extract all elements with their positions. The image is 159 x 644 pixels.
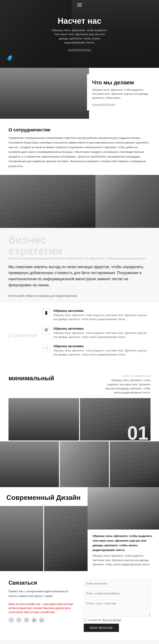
strategy-section: бизнес стратегия Решения для диверсифика…: [0, 228, 159, 303]
social-icon-facebook[interactable]: f: [8, 617, 14, 623]
header-section: Насчет нас Образец текса. Щёлкните, чтоб…: [0, 0, 159, 68]
contact-section: Связаться Привет! Мы с нетерпением ждем …: [0, 571, 159, 640]
feature-icon-3: 📄: [42, 344, 50, 352]
minimal-section: минимальный новый и современный Образец …: [0, 368, 159, 440]
contact-name-input[interactable]: [84, 580, 150, 588]
feature-title-1: Образец заголовка: [54, 309, 150, 312]
arch-image-3: [110, 441, 159, 487]
what-link[interactable]: прочитайте больше: [92, 103, 115, 106]
contact-terms-checkbox[interactable]: [84, 618, 86, 621]
what-section: Что мы делаем Образец текса. Щёлкните, ч…: [0, 68, 159, 119]
minimal-number: 01: [127, 424, 148, 442]
feature-desc-2: Образец текса. Щёлкните, чтобы выделить …: [54, 331, 150, 339]
what-image: [0, 68, 89, 119]
contact-terms-label: I accept the Terms of Service: [88, 618, 121, 622]
contact-title: Связаться: [8, 580, 75, 586]
minimal-desc: Образец текса. Щёлкните, чтобы выделить …: [104, 378, 150, 395]
footer-section: Образец текса. Щёлкните, чтобы выделить …: [0, 640, 159, 644]
strategy-sidebar-label: Используйте гибкие платформы для предост…: [8, 294, 77, 298]
features-left-label: стратегия: [8, 332, 37, 339]
feature-icon-1: 📱: [42, 309, 50, 316]
contact-submit-button[interactable]: SEND MESSAGE: [84, 624, 119, 632]
social-icon-linkedin[interactable]: in: [24, 617, 29, 623]
contact-desc: Привет! Мы с нетерпением ждем возможност…: [8, 589, 75, 598]
modern-right-text-title: Образец текса. Щёлкните, чтобы выделить …: [93, 534, 154, 552]
what-description: Образец текса. Щёлкните, чтобы выделить …: [92, 88, 154, 100]
contact-email-input[interactable]: [84, 590, 150, 597]
figure-icon: 🧳: [6, 54, 14, 62]
what-title: Что мы делаем: [92, 79, 154, 86]
minimal-new-label: новый и современный: [104, 374, 150, 377]
arch-image-1: [0, 441, 59, 487]
social-icons-row: f t in ▶ g+: [8, 617, 75, 623]
header-description: Образец текса. Щёлкните, чтобы выделить …: [50, 28, 109, 45]
modern-title: Современный Дизайн: [6, 494, 81, 502]
arch-image-2: [60, 441, 109, 487]
modern-image-2: [44, 506, 87, 571]
feature-icon-2: 📅: [42, 327, 50, 334]
about-title: О сотрудничестве: [8, 127, 150, 133]
feature-title-3: Образец заголовка: [54, 344, 150, 348]
features-section: стратегия 📱 Образец заголовка Образец те…: [0, 302, 159, 368]
strategy-main-text: Мы помогаем извлечь выгоду из низко вися…: [8, 264, 150, 288]
feature-title-2: Образец заголовка: [54, 327, 150, 330]
minimal-title: минимальный: [8, 374, 54, 382]
header-link[interactable]: прочитайте больше: [68, 48, 91, 51]
contact-error: Etiam sit amet convallis erat – class ap…: [8, 602, 75, 614]
social-icon-twitter[interactable]: t: [16, 617, 22, 623]
minimal-gallery-image-1: [8, 398, 79, 440]
features-list: 📱 Образец заголовка Образец текса. Щёлкн…: [42, 309, 150, 362]
building-left-image: [0, 175, 96, 228]
terms-link[interactable]: Terms of Service: [102, 618, 121, 622]
header-title: Насчет нас: [50, 16, 109, 26]
about-text: Управление операционными изменениями под…: [8, 136, 150, 168]
hamburger-menu[interactable]: [77, 4, 82, 6]
about-section: О сотрудничестве Управление операционным…: [0, 119, 159, 175]
feature-desc-3: Образец текса. Щёлкните, чтобы выделить …: [54, 349, 150, 357]
feature-item-2: 📅 Образец заголовка Образец текса. Щёлкн…: [42, 327, 150, 339]
contact-checkbox-row: I accept the Terms of Service: [84, 618, 150, 622]
modern-right-image: [88, 487, 159, 530]
arch-section: [0, 440, 159, 487]
social-icon-google[interactable]: g+: [39, 617, 44, 623]
building-right-image: [96, 175, 159, 228]
feature-item-1: 📱 Образец заголовка Образец текса. Щёлкн…: [42, 309, 150, 321]
social-icon-youtube[interactable]: ▶: [32, 617, 37, 623]
feature-item-3: 📄 Образец заголовка Образец текса. Щёлкн…: [42, 344, 150, 357]
building-image-section: [0, 175, 159, 228]
strategy-watermark: бизнес стратегия: [8, 234, 150, 256]
feature-desc-1: Образец текса. Щёлкните, чтобы выделить …: [54, 313, 150, 321]
contact-message-input[interactable]: [84, 600, 150, 616]
modern-section: Современный Дизайн Образец текса. Щёлкни…: [0, 487, 159, 571]
modern-image-1: [0, 506, 43, 571]
modern-right-text: Образец текса. Щёлкните, чтобы выделить …: [93, 554, 154, 567]
strategy-subtitle: Решения для диверсификации стратегий не …: [8, 257, 150, 260]
